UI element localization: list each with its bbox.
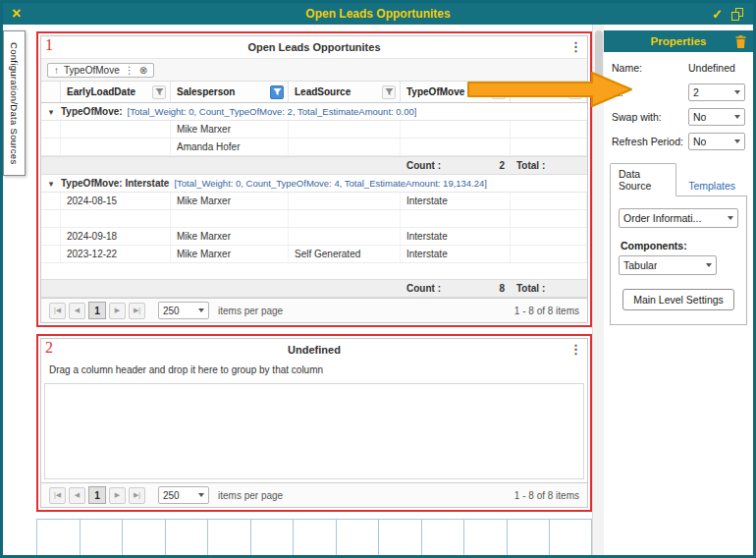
layout-grid-cell[interactable] (378, 519, 421, 558)
collapse-caret-icon[interactable]: ▾ (41, 179, 61, 189)
table-row[interactable]: 2024-08-15 Mike Marxer Interstate (41, 193, 587, 210)
filter-icon[interactable] (152, 85, 166, 99)
layout-grid-cell[interactable] (421, 519, 464, 558)
properties-tabs: Data Source Templates (610, 163, 747, 195)
column-header-salesperson[interactable]: Salesperson (171, 82, 289, 102)
count-label: Count : (406, 157, 441, 174)
column-header-earlyloaddate[interactable]: EarlyLoadDate (61, 82, 171, 102)
chevron-down-icon (734, 115, 740, 119)
chevron-down-icon (734, 90, 740, 94)
pager-page-1-button[interactable]: 1 (88, 486, 106, 504)
side-tab-label: Configuration/Data Sources (9, 42, 20, 165)
grid-1-title: Open Leads Opportunites (41, 36, 587, 58)
annotation-number-2: 2 (45, 339, 53, 357)
layout-grid-cell[interactable] (80, 519, 123, 558)
pager-first-button[interactable]: |◀ (49, 303, 66, 319)
window-titlebar: × Open Leads Opportunites ✓ (3, 3, 753, 25)
main-level-settings-button[interactable]: Main Level Settings (622, 289, 734, 310)
page-size-select[interactable]: 250 (158, 302, 209, 319)
group-by-drop-hint: Drag a column header and drop it here to… (41, 361, 587, 380)
table-row[interactable]: Amanda Hofer (41, 139, 587, 156)
swap-with-label: Swap with: (612, 111, 662, 123)
items-per-page-label: items per page (218, 306, 283, 316)
annotation-number-1: 1 (45, 36, 53, 54)
annotation-arrow-icon (466, 70, 635, 109)
swap-field-row: Swap with: No (612, 107, 745, 126)
component-select[interactable]: Tabular (619, 255, 717, 275)
grand-footer-row: Count : 8 Total : (41, 279, 587, 298)
layout-grid (36, 519, 592, 558)
pager-prev-button[interactable]: ◀ (69, 303, 85, 319)
table-row[interactable]: Mike Marxer (41, 121, 587, 139)
layout-grid-cell[interactable] (207, 519, 250, 558)
pager: |◀ ◀ 1 ▶ ▶| 250 items per page 1 - 8 of … (41, 298, 587, 322)
id-select[interactable]: 2 (688, 84, 745, 101)
chevron-down-icon (706, 263, 712, 267)
grid-1-menu-icon[interactable]: ⋮ (569, 39, 582, 54)
grid-2-menu-icon[interactable]: ⋮ (569, 342, 582, 357)
pager-first-button[interactable]: |◀ (49, 487, 66, 504)
count-value: 8 (499, 280, 505, 297)
chevron-down-icon (734, 140, 740, 143)
pager: |◀ ◀ 1 ▶ ▶| 250 items per page 1 - 8 of … (41, 482, 587, 507)
layout-grid-cell[interactable] (293, 519, 336, 558)
dashboard-designer-window: × Open Leads Opportunites ✓ Configuratio… (0, 0, 756, 558)
chip-menu-icon[interactable]: ⋮ (125, 65, 135, 76)
pager-range-label: 1 - 8 of 8 items (514, 306, 579, 316)
refresh-period-label: Refresh Period: (612, 136, 683, 147)
column-header-leadsource[interactable]: LeadSource (289, 82, 401, 102)
layout-grid-cell[interactable] (549, 519, 592, 558)
grid-widget-2: Undefined ⋮ Drag a column header and dro… (40, 338, 588, 508)
swap-with-select[interactable]: No (688, 108, 745, 126)
refresh-field-row: Refresh Period: No (612, 132, 745, 150)
annotation-box-2: 2 Undefined ⋮ Drag a column header and d… (36, 334, 592, 512)
properties-header: Properties (604, 30, 753, 52)
layout-grid-cell[interactable] (122, 519, 165, 558)
group-header-row[interactable]: ▾ TypeOfMove: Interstate [Total_Weight: … (41, 175, 587, 193)
layout-grid-cell[interactable] (463, 519, 507, 558)
count-label: Count : (406, 280, 441, 297)
table-row[interactable]: 2024-09-18 Mike Marxer Interstate (41, 228, 587, 246)
chip-remove-icon[interactable]: ⊗ (139, 65, 147, 76)
collapse-caret-icon[interactable]: ▾ (41, 107, 61, 117)
refresh-period-select[interactable]: No (688, 133, 745, 150)
data-source-tab-panel: Order Informati... Components: Tabular M… (610, 195, 747, 325)
chevron-down-icon (728, 216, 733, 220)
copy-icon[interactable] (731, 8, 743, 21)
tab-templates[interactable]: Templates (676, 176, 747, 195)
empty-grid-area[interactable] (44, 383, 584, 479)
chevron-down-icon (198, 308, 204, 312)
items-per-page-label: items per page (218, 490, 283, 501)
sort-asc-icon[interactable]: ↑ (54, 65, 59, 76)
grid-2-title: Undefined (41, 339, 587, 361)
group-footer-row: Count : 2 Total : (41, 156, 587, 175)
group-indent-header (41, 82, 61, 102)
confirm-icon[interactable]: ✓ (712, 7, 723, 22)
page-size-select[interactable]: 250 (158, 486, 209, 504)
layout-grid-cell[interactable] (165, 519, 208, 558)
filter-icon[interactable] (382, 85, 396, 99)
layout-grid-cell[interactable] (36, 519, 80, 558)
data-source-select[interactable]: Order Informati... (619, 208, 738, 228)
layout-grid-cell[interactable] (250, 519, 294, 558)
trash-icon[interactable] (735, 34, 746, 52)
properties-title: Properties (604, 35, 753, 47)
layout-grid-cell[interactable] (507, 519, 550, 558)
name-value: Undefined (688, 62, 745, 74)
tab-data-source[interactable]: Data Source (610, 163, 676, 196)
window-content: Configuration/Data Sources 1 Open Leads … (3, 25, 753, 555)
pager-page-1-button[interactable]: 1 (88, 302, 106, 319)
pager-next-button[interactable]: ▶ (109, 303, 126, 319)
pager-prev-button[interactable]: ◀ (69, 487, 85, 504)
count-value: 2 (499, 157, 505, 174)
layout-grid-cell[interactable] (336, 519, 379, 558)
table-row[interactable] (41, 210, 587, 228)
filter-icon-active[interactable] (270, 85, 284, 99)
table-row[interactable]: 2023-12-22 Mike Marxer Self Generated In… (41, 246, 587, 263)
group-chip-typeofmove[interactable]: ↑ TypeOfMove ⋮ ⊗ (47, 63, 154, 78)
configuration-data-sources-tab[interactable]: Configuration/Data Sources (3, 30, 26, 176)
pager-next-button[interactable]: ▶ (109, 487, 126, 504)
close-icon[interactable]: × (12, 6, 21, 22)
pager-last-button[interactable]: ▶| (129, 303, 145, 319)
pager-last-button[interactable]: ▶| (129, 487, 145, 504)
